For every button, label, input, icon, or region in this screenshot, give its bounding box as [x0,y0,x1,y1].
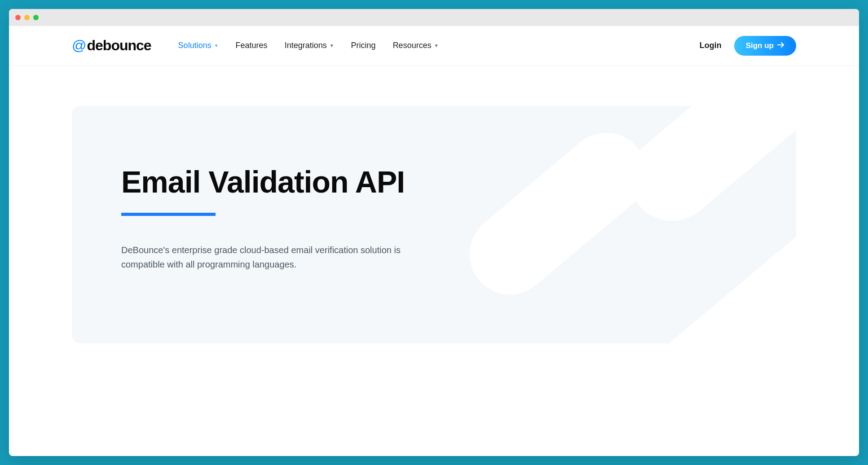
page-title: Email Validation API [121,164,747,199]
logo-text: debounce [87,37,151,54]
title-underline [121,213,216,216]
nav-integrations[interactable]: Integrations ▼ [285,41,334,50]
nav-resources[interactable]: Resources ▼ [393,41,439,50]
hero-decorative-shapes [72,106,796,343]
hero-shape-icon [453,116,663,311]
header-left: @ debounce Solutions ▼ Features Integrat… [72,37,439,54]
site-header: @ debounce Solutions ▼ Features Integrat… [9,26,859,66]
chevron-down-icon: ▼ [214,43,219,48]
minimize-window-icon[interactable] [24,15,30,20]
arrow-right-icon [777,41,784,50]
signup-button[interactable]: Sign up [734,36,796,56]
nav-integrations-label: Integrations [285,41,327,50]
hero-shape-icon [621,199,796,343]
chevron-down-icon: ▼ [434,43,439,48]
maximize-window-icon[interactable] [33,15,39,20]
logo[interactable]: @ debounce [72,37,151,54]
login-link[interactable]: Login [700,41,722,50]
nav-features-label: Features [236,41,268,50]
chevron-down-icon: ▼ [330,43,334,48]
main-nav: Solutions ▼ Features Integrations ▼ Pric… [178,41,439,50]
nav-pricing[interactable]: Pricing [351,41,376,50]
browser-chrome [9,9,859,26]
nav-pricing-label: Pricing [351,41,376,50]
nav-solutions[interactable]: Solutions ▼ [178,41,219,50]
header-right: Login Sign up [700,36,796,56]
close-window-icon[interactable] [15,15,21,20]
signup-label: Sign up [746,41,774,50]
nav-resources-label: Resources [393,41,432,50]
browser-window: @ debounce Solutions ▼ Features Integrat… [9,9,859,456]
hero-description: DeBounce's enterprise grade cloud-based … [121,243,409,272]
logo-at-icon: @ [72,37,86,54]
nav-solutions-label: Solutions [178,41,211,50]
hero-section: Email Validation API DeBounce's enterpri… [72,106,796,343]
nav-features[interactable]: Features [236,41,268,50]
